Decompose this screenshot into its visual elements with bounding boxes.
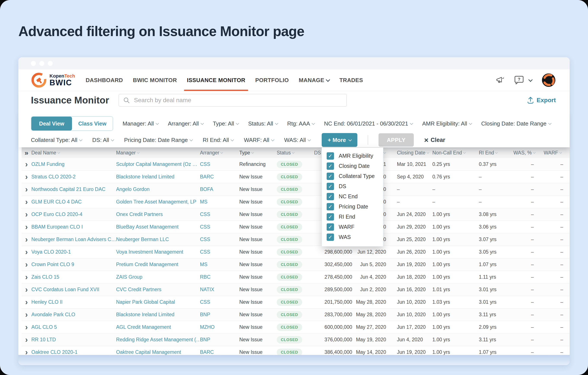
checkbox-checked-icon[interactable]: ✓ xyxy=(327,172,334,180)
announcements-icon[interactable] xyxy=(496,76,505,84)
filter-dropdown[interactable]: Manager: All xyxy=(123,120,158,127)
header-closing-date[interactable]: Closing Date xyxy=(397,150,432,156)
checkbox-checked-icon[interactable]: ✓ xyxy=(327,193,334,200)
header-type[interactable]: Type xyxy=(239,150,277,156)
deal-name-link[interactable]: Zais CLO 15 xyxy=(31,274,59,280)
deal-name-link[interactable]: OCP Euro CLO 2020-4 xyxy=(31,212,82,217)
manager-link[interactable]: Angelo Gordon xyxy=(116,186,150,192)
expand-row-icon[interactable]: › xyxy=(25,186,28,193)
deal-view-tab[interactable]: Deal View xyxy=(31,117,72,131)
filter-dropdown[interactable]: Collateral Type: All xyxy=(31,137,82,143)
filter-dropdown[interactable]: WAS: All xyxy=(284,137,310,143)
manager-link[interactable]: ZAIS Group xyxy=(116,274,142,280)
header-arranger[interactable]: Arranger xyxy=(200,150,239,156)
manager-link[interactable]: CVC Credit Partners xyxy=(116,287,161,292)
deal-name-link[interactable]: OZLM Funding xyxy=(31,161,64,167)
manager-link[interactable]: Pretium Credit Management xyxy=(116,262,178,267)
nav-item-issuance-monitor[interactable]: ISSUANCE MONITOR xyxy=(182,69,250,91)
expand-row-icon[interactable]: › xyxy=(25,336,28,344)
deal-name-link[interactable]: Northwoods Capital 21 Euro DAC xyxy=(31,186,105,192)
header-status[interactable]: Status xyxy=(277,150,314,156)
expand-row-icon[interactable]: › xyxy=(25,211,28,218)
arranger-link[interactable]: CSS xyxy=(200,236,210,242)
deal-name-link[interactable]: Stratus CLO 2020-2 xyxy=(31,174,76,180)
arranger-link[interactable]: CSS xyxy=(200,299,210,305)
deal-name-link[interactable]: Neuberger Berman Loan Advisers C… xyxy=(31,236,116,242)
manager-link[interactable]: Blackstone Ireland Limited xyxy=(116,174,174,180)
filter-dropdown[interactable]: NC End: 06/01/2021 - 06/30/2021 xyxy=(324,120,413,127)
brand-logo[interactable]: KopenTech BWIC xyxy=(31,72,75,88)
deal-name-link[interactable]: GLM EUR CLO 4 DAC xyxy=(31,199,82,204)
dropdown-checkbox-item[interactable]: ✓ AMR Eligibility xyxy=(322,151,383,161)
manager-link[interactable]: Blackstone Ireland Limited xyxy=(116,312,174,317)
help-chat-icon[interactable]: ? xyxy=(514,76,524,85)
checkbox-checked-icon[interactable]: ✓ xyxy=(327,162,334,170)
dropdown-checkbox-item[interactable]: ✓ DS xyxy=(322,181,383,191)
filter-dropdown[interactable]: RI End: All xyxy=(203,137,233,143)
expand-row-icon[interactable]: › xyxy=(25,298,28,306)
deal-name-link[interactable]: BBAM European CLO I xyxy=(31,224,83,230)
manager-link[interactable]: BlueBay Asset Management xyxy=(116,224,178,230)
expand-row-icon[interactable]: › xyxy=(25,286,28,294)
manager-link[interactable]: Neuberger Berman LLC xyxy=(116,236,169,242)
arranger-link[interactable]: BOFA xyxy=(200,186,213,192)
nav-item-manage[interactable]: MANAGE xyxy=(294,69,335,91)
filter-dropdown[interactable]: Pricing Date: Date Range xyxy=(124,137,192,143)
arranger-link[interactable]: RBC xyxy=(200,274,210,280)
dropdown-checkbox-item[interactable]: ✓ RI End xyxy=(322,212,383,222)
arranger-link[interactable]: CSS xyxy=(200,161,210,167)
dropdown-checkbox-item[interactable]: ✓ Pricing Date xyxy=(322,202,383,212)
arranger-link[interactable]: CSS xyxy=(200,224,210,230)
deal-name-link[interactable]: Voya CLO 2020-1 xyxy=(31,249,71,255)
arranger-link[interactable]: BARC xyxy=(200,349,214,355)
dropdown-checkbox-item[interactable]: ✓ Collateral Type xyxy=(322,171,383,181)
manager-link[interactable]: Redding Ridge Asset Management (… xyxy=(116,337,200,342)
expand-row-icon[interactable]: › xyxy=(25,273,28,281)
export-button[interactable]: Export xyxy=(527,97,556,104)
checkbox-checked-icon[interactable]: ✓ xyxy=(327,223,334,231)
header-was[interactable]: WAS, % xyxy=(514,150,544,156)
checkbox-checked-icon[interactable]: ✓ xyxy=(327,152,334,160)
filter-dropdown[interactable]: AMR Eligibility: All xyxy=(422,120,472,127)
arranger-link[interactable]: BNP xyxy=(200,337,210,342)
arranger-link[interactable]: MZHO xyxy=(200,324,215,330)
dropdown-checkbox-item[interactable]: ✓ WARF xyxy=(322,222,383,232)
manager-link[interactable]: Golden Tree Asset Management, LP xyxy=(116,199,196,204)
filter-dropdown[interactable]: Type: All xyxy=(213,120,239,127)
chevron-down-icon[interactable] xyxy=(528,78,533,82)
manager-link[interactable]: Onex Credit Partners xyxy=(116,212,163,217)
checkbox-checked-icon[interactable]: ✓ xyxy=(327,183,334,190)
header-manager[interactable]: Manager xyxy=(116,150,200,156)
header-ri-end[interactable]: RI End xyxy=(479,150,514,156)
arranger-link[interactable]: CSS xyxy=(200,249,210,255)
arranger-link[interactable]: MS xyxy=(200,199,208,204)
expand-all-icon[interactable]: » xyxy=(25,149,29,156)
checkbox-checked-icon[interactable]: ✓ xyxy=(327,213,334,221)
manager-link[interactable]: Voya Investment Management xyxy=(116,249,183,255)
deal-name-link[interactable]: Henley CLO II xyxy=(31,299,63,305)
expand-row-icon[interactable]: › xyxy=(25,198,28,206)
manager-link[interactable]: Sculptor Capital Management (Oz … xyxy=(116,161,197,167)
deal-name-link[interactable]: RR 10 LTD xyxy=(31,337,56,342)
deal-name-link[interactable]: CVC Cordatus Loan Fund XVII xyxy=(31,287,99,292)
arranger-link[interactable]: MS xyxy=(200,262,208,267)
filter-dropdown[interactable]: Closing Date: Date Range xyxy=(481,120,551,127)
expand-row-icon[interactable]: › xyxy=(25,311,28,319)
deal-name-link[interactable]: Oaktree CLO 2020-1 xyxy=(31,349,78,355)
manager-link[interactable]: Oaktree Capital Management xyxy=(116,349,181,355)
filter-dropdown[interactable]: Rtg: AAA xyxy=(287,120,315,127)
expand-row-icon[interactable]: › xyxy=(25,173,28,181)
filter-dropdown[interactable]: WARF: All xyxy=(244,137,274,143)
checkbox-checked-icon[interactable]: ✓ xyxy=(327,233,334,241)
apply-button[interactable]: APPLY xyxy=(378,133,414,147)
clear-filters-button[interactable]: × Clear xyxy=(424,136,445,144)
manager-link[interactable]: AGL Credit Management xyxy=(116,324,171,330)
header-warf[interactable]: WARF xyxy=(544,150,570,156)
nav-item-portfolio[interactable]: PORTFOLIO xyxy=(250,69,294,91)
deal-name-link[interactable]: Avondale Park CLO xyxy=(31,312,75,317)
filter-dropdown[interactable]: Status: All xyxy=(248,120,278,127)
header-non-call-end[interactable]: Non-Call End xyxy=(432,150,479,156)
manager-link[interactable]: Napier Park Global Capital xyxy=(116,299,175,305)
expand-row-icon[interactable]: › xyxy=(25,248,28,256)
checkbox-checked-icon[interactable]: ✓ xyxy=(327,203,334,210)
